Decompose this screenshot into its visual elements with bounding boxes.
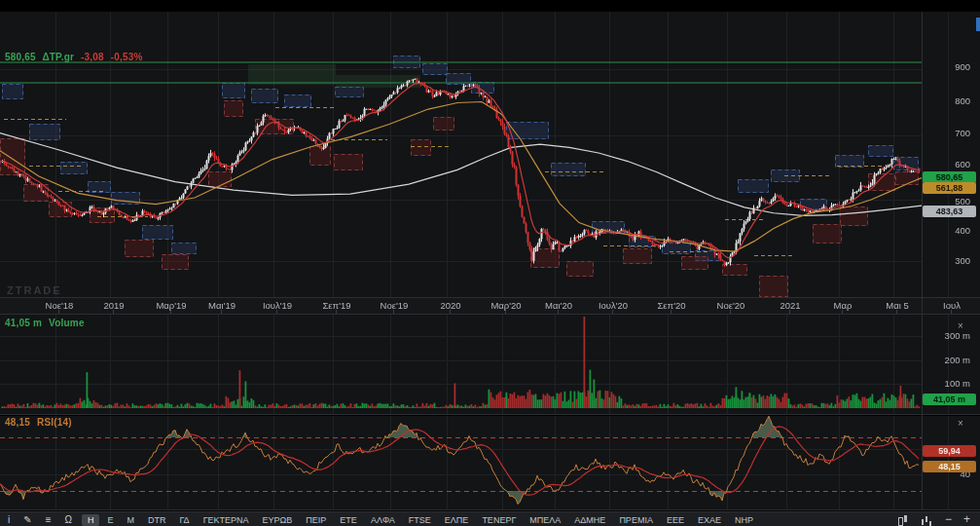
rsi-tag: 59,94: [923, 445, 976, 457]
rsi-value: 48,15: [5, 417, 30, 428]
time-tick-label: Μαι'20: [545, 300, 572, 311]
symbol-tab-ΜΠΕΛΑ[interactable]: ΜΠΕΛΑ: [524, 514, 566, 526]
volume-tick-label: 200 m: [920, 355, 970, 365]
time-tick-label: Ιουλ'19: [263, 300, 292, 311]
symbol-tab-ΑΛΦΑ[interactable]: ΑΛΦΑ: [365, 514, 401, 526]
time-tick-label: Ιουλ'20: [599, 300, 628, 311]
time-tick-label: Νοε'18: [46, 300, 74, 311]
volume-style-icon[interactable]: [921, 514, 933, 526]
volume-indicator-name: Volume: [49, 318, 85, 328]
symbol-legend: 580,65 ΔTP.gr -3,08 -0,53%: [5, 52, 147, 62]
zoom-in-icon[interactable]: +: [963, 513, 970, 526]
symbol-tab-ΕΤΕ[interactable]: ΕΤΕ: [334, 514, 363, 526]
volume-tag: 41,05 m: [923, 394, 976, 405]
symbol-tab-ΠΡΕΜΙΑ[interactable]: ΠΡΕΜΙΑ: [613, 514, 659, 526]
time-tick-label: 2021: [780, 300, 800, 311]
symbol-tab-Μ[interactable]: Μ: [121, 514, 140, 526]
symbol-name: ΔTP.gr: [42, 52, 74, 62]
time-tick-label: Μαρ'20: [490, 300, 521, 311]
volume-value: 41,05 m: [5, 318, 42, 328]
symbol-tab-ΕΥΡΩΒ[interactable]: ΕΥΡΩΒ: [257, 514, 299, 526]
symbol-tab-Ε[interactable]: Ε: [101, 514, 119, 526]
watchlist-icon[interactable]: ≡: [46, 513, 52, 526]
time-tick-label: Σεπ'19: [322, 300, 350, 311]
price-change-pct: -0,53%: [111, 52, 143, 62]
price-tag: 561,88: [923, 182, 976, 194]
time-tick-label: Μαρ'19: [156, 300, 186, 311]
trading-chart-window: 580,65 ΔTP.gr -3,08 -0,53% 41,05 m Volum…: [0, 0, 980, 526]
symbol-tab-strip: ΗΕΜDTRΓΔΓΕΚΤΕΡΝΑΕΥΡΩΒΠΕΙΡΕΤΕΑΛΦΑFTSEΕΛΠΕ…: [82, 514, 887, 526]
time-tick-label: Νοε'19: [381, 300, 409, 311]
price-tag: 483,63: [923, 206, 976, 217]
price-tick-label: 600: [920, 159, 970, 169]
omega-icon[interactable]: Ω: [64, 513, 71, 526]
time-tick-label: 2019: [103, 300, 124, 311]
zoom-out-icon[interactable]: −: [945, 513, 952, 526]
volume-tick-label: 100 m: [920, 378, 970, 389]
symbol-tab-ΓΕΚΤΕΡΝΑ[interactable]: ΓΕΚΤΕΡΝΑ: [198, 514, 255, 526]
symbol-tab-Η[interactable]: Η: [82, 514, 100, 526]
volume-pane-close-icon[interactable]: ×: [955, 320, 966, 332]
rsi-indicator-name: RSI(14): [37, 417, 72, 428]
time-tick-label: Μαι 5: [886, 300, 908, 311]
price-tick-label: 700: [920, 128, 970, 138]
price-chart-canvas[interactable]: [0, 0, 980, 511]
toolbar-icon-group: i✎≡Ω: [0, 513, 82, 526]
symbol-tab-ΕΛΠΕ[interactable]: ΕΛΠΕ: [439, 514, 475, 526]
price-tick-label: 400: [920, 225, 970, 236]
rsi-legend: 48,15 RSI(14): [5, 417, 76, 428]
volume-legend: 41,05 m Volume: [5, 318, 89, 328]
last-price: 580,65: [5, 52, 36, 62]
toolbar-right-group: −+: [887, 513, 980, 526]
platform-watermark: ZTRADE: [7, 284, 62, 296]
right-edge-marker: [976, 18, 980, 31]
symbol-tab-ΠΕΙΡ[interactable]: ΠΕΙΡ: [300, 514, 332, 526]
time-tick-label: Νοε'20: [717, 300, 745, 311]
bottom-toolbar: i✎≡Ω ΗΕΜDTRΓΔΓΕΚΤΕΡΝΑΕΥΡΩΒΠΕΙΡΕΤΕΑΛΦΑFTS…: [0, 511, 980, 526]
time-tick-label: Μαι'19: [208, 300, 236, 311]
symbol-tab-ΕΕΕ[interactable]: ΕΕΕ: [661, 514, 690, 526]
symbol-tab-FTSE[interactable]: FTSE: [403, 514, 437, 526]
symbol-tab-ΤΕΝΕΡΓ[interactable]: ΤΕΝΕΡΓ: [476, 514, 522, 526]
price-tick-label: 300: [920, 255, 970, 266]
rsi-tag: 48,15: [923, 461, 976, 472]
price-tick-label: 900: [920, 61, 970, 72]
symbol-tab-ΕΧΑΕ[interactable]: ΕΧΑΕ: [692, 514, 727, 526]
candlestick-style-icon[interactable]: [896, 514, 909, 526]
symbol-tab-ΓΔ[interactable]: ΓΔ: [173, 514, 195, 526]
time-tick-label: Μαρ: [834, 300, 853, 311]
rsi-pane-close-icon[interactable]: ×: [955, 418, 966, 430]
info-icon[interactable]: i: [8, 513, 10, 526]
time-tick-label: 2020: [440, 300, 460, 311]
symbol-tab-ΝΗΡ[interactable]: ΝΗΡ: [729, 514, 759, 526]
price-change: -3,08: [81, 52, 104, 62]
symbol-tab-DTR[interactable]: DTR: [142, 514, 172, 526]
price-tick-label: 800: [920, 95, 970, 106]
symbol-tab-ΑΔΜΗΕ[interactable]: ΑΔΜΗΕ: [568, 514, 611, 526]
time-tick-label: Ιουλ: [943, 300, 961, 311]
time-tick-label: Σεπ'20: [657, 300, 685, 311]
draw-icon[interactable]: ✎: [23, 513, 31, 526]
